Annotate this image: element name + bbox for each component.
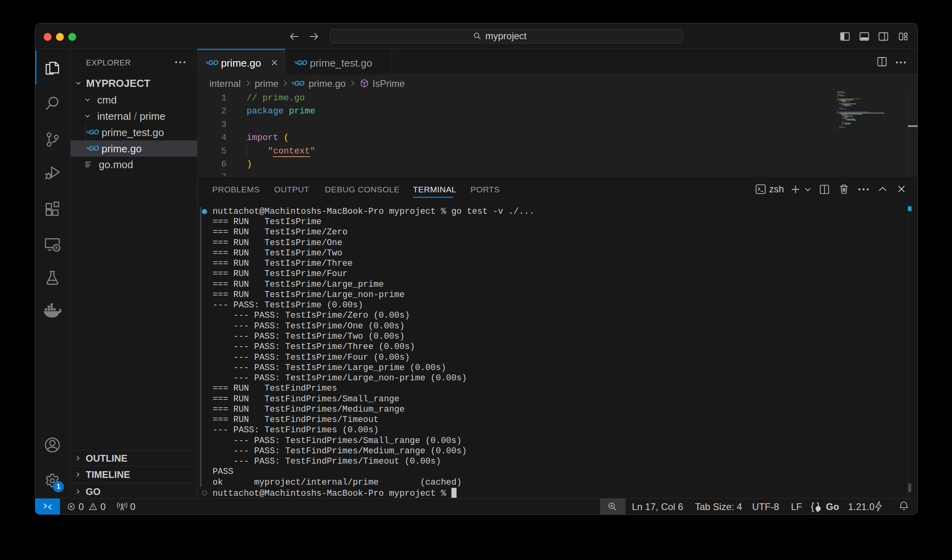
svg-text:GO: GO bbox=[208, 59, 218, 67]
svg-text:GO: GO bbox=[89, 128, 99, 136]
svg-text:GO: GO bbox=[89, 145, 99, 152]
svg-text:GO: GO bbox=[294, 80, 304, 87]
svg-text:GO: GO bbox=[297, 59, 307, 67]
